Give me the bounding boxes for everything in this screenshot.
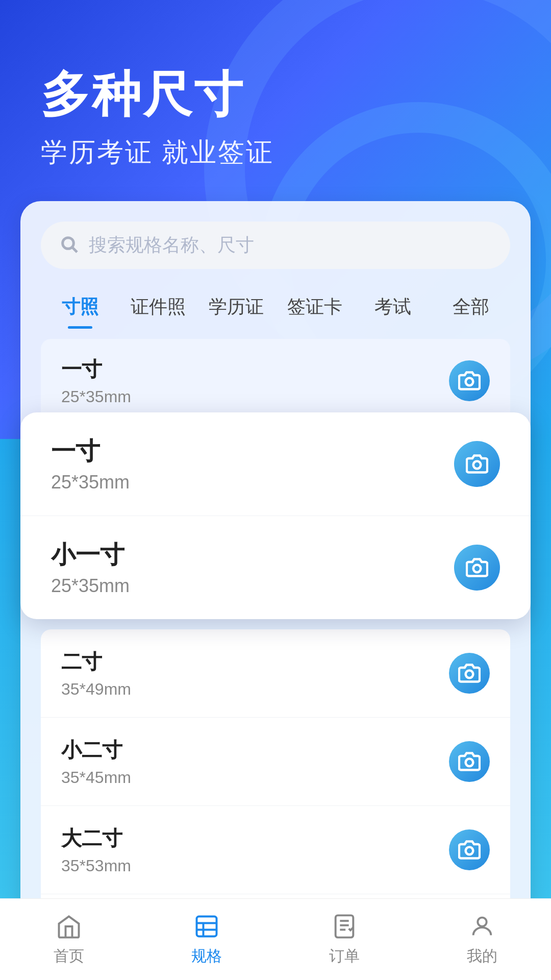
svg-point-3 — [473, 461, 481, 469]
svg-point-2 — [466, 378, 473, 386]
below-item-name-0: 二寸 — [61, 648, 131, 676]
search-icon — [59, 234, 80, 257]
nav-home-label: 首页 — [54, 946, 84, 967]
hero-subtitle: 学历考证 就业签证 — [41, 135, 510, 170]
svg-line-1 — [72, 248, 77, 252]
main-card: 搜索规格名称、尺寸 寸照 证件照 学历证 签证卡 考试 全部 一寸 25*35m… — [20, 201, 531, 980]
bottom-nav: 首页 规格 订单 — [0, 898, 551, 980]
bg-list: 一寸 25*35mm — [41, 339, 510, 423]
item-size: 25*35mm — [61, 387, 131, 406]
tab-zhenjianzhao[interactable]: 证件照 — [119, 287, 197, 329]
list-item-daercun[interactable]: 大二寸 35*53mm — [41, 806, 510, 894]
home-icon — [55, 912, 83, 941]
guige-icon — [192, 912, 221, 941]
floating-item-size-0: 25*35mm — [51, 472, 130, 493]
svg-point-7 — [466, 847, 473, 855]
floating-card: 一寸 25*35mm 小一寸 25*35mm — [20, 412, 531, 619]
camera-button[interactable] — [449, 360, 490, 401]
svg-rect-13 — [336, 915, 354, 937]
hero-title: 多种尺寸 — [41, 66, 510, 122]
camera-button-xiaoyicun[interactable] — [454, 545, 500, 591]
svg-point-0 — [63, 238, 74, 249]
camera-button-xiaoercun[interactable] — [449, 741, 490, 782]
svg-point-17 — [478, 918, 486, 926]
nav-wode[interactable]: 我的 — [413, 912, 551, 967]
tab-qianzhengka[interactable]: 签证卡 — [276, 287, 354, 329]
search-bar[interactable]: 搜索规格名称、尺寸 — [41, 222, 510, 269]
user-icon — [468, 912, 496, 941]
list-item-yicun[interactable]: 一寸 25*35mm — [20, 412, 531, 516]
tab-cunzhao[interactable]: 寸照 — [41, 287, 119, 329]
list-item-xiaoercun[interactable]: 小二寸 35*45mm — [41, 718, 510, 806]
svg-rect-9 — [197, 917, 217, 937]
search-placeholder: 搜索规格名称、尺寸 — [89, 233, 254, 258]
floating-item-name-1: 小一寸 — [51, 538, 130, 571]
order-icon — [330, 912, 359, 941]
camera-button-ercun[interactable] — [449, 653, 490, 694]
below-item-name-2: 大二寸 — [61, 824, 131, 852]
nav-home[interactable]: 首页 — [0, 912, 138, 967]
nav-guige[interactable]: 规格 — [138, 912, 276, 967]
tab-kaoshi[interactable]: 考试 — [354, 287, 432, 329]
floating-item-name-0: 一寸 — [51, 435, 130, 468]
nav-guige-label: 规格 — [191, 946, 222, 967]
list-item-xiaoyicun[interactable]: 小一寸 25*35mm — [20, 516, 531, 619]
list-item[interactable]: 一寸 25*35mm — [41, 339, 510, 423]
below-item-size-1: 35*45mm — [61, 768, 131, 787]
camera-button-yicun[interactable] — [454, 441, 500, 487]
item-name: 一寸 — [61, 355, 131, 383]
nav-dingdan-label: 订单 — [329, 946, 360, 967]
hero-section: 多种尺寸 学历考证 就业签证 — [0, 0, 551, 201]
svg-point-4 — [473, 565, 481, 573]
tab-quanbu[interactable]: 全部 — [432, 287, 510, 329]
tab-xuelizheng[interactable]: 学历证 — [197, 287, 276, 329]
below-item-name-1: 小二寸 — [61, 736, 131, 764]
nav-dingdan[interactable]: 订单 — [276, 912, 413, 967]
svg-point-6 — [466, 759, 473, 767]
camera-button-daercun[interactable] — [449, 829, 490, 870]
below-item-size-0: 35*49mm — [61, 680, 131, 699]
below-item-size-2: 35*53mm — [61, 856, 131, 875]
category-tabs: 寸照 证件照 学历证 签证卡 考试 全部 — [20, 287, 531, 329]
list-item-ercun[interactable]: 二寸 35*49mm — [41, 629, 510, 718]
floating-item-size-1: 25*35mm — [51, 575, 130, 597]
svg-point-5 — [466, 671, 473, 678]
nav-wode-label: 我的 — [467, 946, 497, 967]
